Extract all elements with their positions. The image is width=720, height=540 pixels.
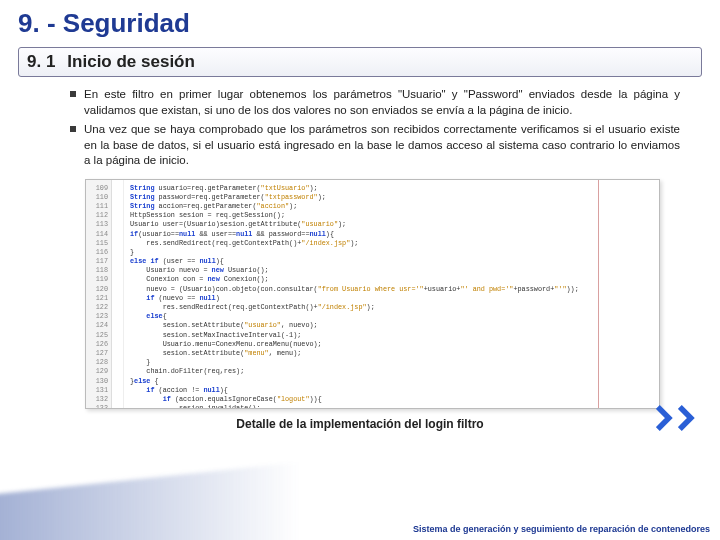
section-label: Inicio de sesión — [67, 52, 195, 72]
code-screenshot: 1091101111121131141151161171181191201211… — [85, 179, 660, 409]
code-area: String usuario=req.getParameter("txtUsua… — [124, 180, 659, 408]
section-number: 9. 1 — [27, 52, 55, 72]
fold-column — [112, 180, 124, 408]
chevron-right-icon — [656, 405, 700, 431]
slide-footer: Sistema de generación y seguimiento de r… — [413, 524, 710, 534]
section-header: 9. 1 Inicio de sesión — [18, 47, 702, 77]
bullet-item: En este filtro en primer lugar obtenemos… — [70, 87, 680, 118]
bullet-item: Una vez que se haya comprobado que los p… — [70, 122, 680, 169]
decorative-swoosh — [0, 462, 300, 540]
slide-title: 9. - Seguridad — [0, 0, 720, 43]
line-number-gutter: 1091101111121131141151161171181191201211… — [86, 180, 112, 408]
bullet-list: En este filtro en primer lugar obtenemos… — [70, 87, 680, 169]
figure-caption: Detalle de la implementación del login f… — [0, 417, 720, 431]
